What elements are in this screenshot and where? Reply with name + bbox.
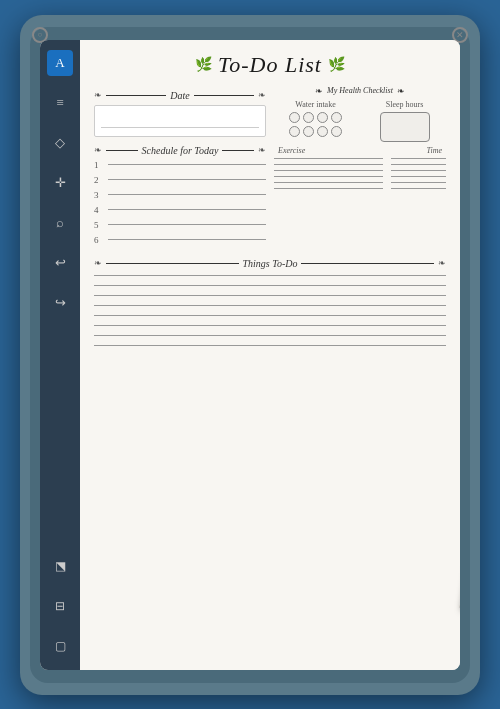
diamond-icon: ◇ bbox=[55, 135, 65, 151]
exercise-row-5 bbox=[274, 182, 446, 183]
things-deco-left: ❧ bbox=[94, 258, 102, 268]
date-line-right bbox=[194, 95, 254, 96]
page-title: 🌿 To-Do List 🌿 bbox=[94, 52, 446, 78]
date-deco-right: ❧ bbox=[258, 90, 266, 100]
row-num-2: 2 bbox=[94, 175, 108, 185]
things-row-4 bbox=[94, 305, 446, 306]
water-circles-row1 bbox=[274, 112, 357, 123]
row-line-4 bbox=[108, 209, 266, 210]
sidebar-item-export[interactable]: ⬔ bbox=[47, 554, 73, 580]
water-circle-2[interactable] bbox=[303, 112, 314, 123]
health-section: ❧ My Health Checklist ❧ Water intake bbox=[274, 86, 446, 250]
power-icon: ✕ bbox=[456, 30, 464, 40]
sidebar-bottom: ⬔ ⊟ ▢ bbox=[47, 554, 73, 660]
things-row-1 bbox=[94, 275, 446, 276]
schedule-row-4: 4 bbox=[94, 205, 266, 215]
schedule-row-3: 3 bbox=[94, 190, 266, 200]
things-row-7 bbox=[94, 335, 446, 336]
main-two-col: ❧ Date ❧ ❧ bbox=[94, 86, 446, 250]
move-icon: ✛ bbox=[55, 175, 66, 191]
water-label: Water intake bbox=[274, 100, 357, 109]
sidebar-item-diamond[interactable]: ◇ bbox=[47, 130, 73, 156]
sleep-label: Sleep hours bbox=[363, 100, 446, 109]
sidebar: A ≡ ◇ ✛ ⌕ ↩ ↪ bbox=[40, 40, 80, 670]
water-circle-8[interactable] bbox=[331, 126, 342, 137]
row-num-4: 4 bbox=[94, 205, 108, 215]
page-content: 🌿 To-Do List 🌿 ❧ Date ❧ bbox=[80, 40, 460, 670]
left-column: ❧ Date ❧ ❧ bbox=[94, 86, 266, 250]
ex-line-2 bbox=[274, 164, 383, 165]
sidebar-item-search[interactable]: ⌕ bbox=[47, 210, 73, 236]
water-circle-4[interactable] bbox=[331, 112, 342, 123]
sidebar-item-move[interactable]: ✛ bbox=[47, 170, 73, 196]
time-line-2 bbox=[391, 164, 446, 165]
things-row-8 bbox=[94, 345, 446, 346]
home-icon: A bbox=[55, 55, 64, 71]
exercise-row-4 bbox=[274, 176, 446, 177]
sleep-section: Sleep hours bbox=[363, 100, 446, 142]
things-rows bbox=[94, 275, 446, 346]
things-section: ❧ Things To-Do ❧ bbox=[94, 258, 446, 346]
home-icon: ○ bbox=[38, 30, 43, 39]
things-row-2 bbox=[94, 285, 446, 286]
device-inner: A ≡ ◇ ✛ ⌕ ↩ ↪ bbox=[30, 27, 470, 683]
screen: A ≡ ◇ ✛ ⌕ ↩ ↪ bbox=[40, 40, 460, 670]
health-label: My Health Checklist bbox=[327, 86, 393, 95]
sidebar-item-redo[interactable]: ↪ bbox=[47, 290, 73, 316]
title-deco-right: 🌿 bbox=[328, 56, 345, 73]
title-deco-left: 🌿 bbox=[195, 56, 212, 73]
exercise-section: Exercise Time bbox=[274, 146, 446, 189]
row-num-6: 6 bbox=[94, 235, 108, 245]
undo-icon: ↩ bbox=[55, 255, 66, 271]
schedule-rows: 1 2 3 bbox=[94, 160, 266, 245]
things-row-5 bbox=[94, 315, 446, 316]
sidebar-item-home[interactable]: A bbox=[47, 50, 73, 76]
export-icon: ⬔ bbox=[55, 559, 66, 574]
things-row-3 bbox=[94, 295, 446, 296]
things-header: ❧ Things To-Do ❧ bbox=[94, 258, 446, 269]
schedule-header: ❧ Schedule for Today ❧ bbox=[94, 145, 266, 156]
row-line-1 bbox=[108, 164, 266, 165]
sleep-input-box[interactable] bbox=[380, 112, 430, 142]
device: ○ ✕ A ≡ ◇ ✛ ⌕ bbox=[20, 15, 480, 695]
water-circle-5[interactable] bbox=[289, 126, 300, 137]
ex-line-3 bbox=[274, 170, 383, 171]
things-row-6 bbox=[94, 325, 446, 326]
time-line-6 bbox=[391, 188, 446, 189]
sidebar-item-menu[interactable]: ≡ bbox=[47, 90, 73, 116]
schedule-row-1: 1 bbox=[94, 160, 266, 170]
ex-line-6 bbox=[274, 188, 383, 189]
time-line-1 bbox=[391, 158, 446, 159]
schedule-row-5: 5 bbox=[94, 220, 266, 230]
water-circle-3[interactable] bbox=[317, 112, 328, 123]
row-line-5 bbox=[108, 224, 266, 225]
frame-icon: ▢ bbox=[55, 639, 66, 654]
water-circles-row2 bbox=[274, 126, 357, 137]
sched-line-right bbox=[222, 150, 254, 151]
sidebar-item-layers[interactable]: ⊟ bbox=[47, 594, 73, 620]
things-line-left bbox=[106, 263, 239, 264]
schedule-deco-left: ❧ bbox=[94, 145, 102, 155]
schedule-label: Schedule for Today bbox=[142, 145, 219, 156]
things-deco-right: ❧ bbox=[438, 258, 446, 268]
date-deco-left: ❧ bbox=[94, 90, 102, 100]
water-circle-7[interactable] bbox=[317, 126, 328, 137]
menu-icon: ≡ bbox=[56, 95, 63, 111]
search-icon: ⌕ bbox=[56, 215, 64, 231]
sidebar-item-undo[interactable]: ↩ bbox=[47, 250, 73, 276]
exercise-header: Exercise Time bbox=[274, 146, 446, 155]
date-label: Date bbox=[170, 90, 189, 101]
redo-icon: ↪ bbox=[55, 295, 66, 311]
water-circle-6[interactable] bbox=[303, 126, 314, 137]
date-line-left bbox=[106, 95, 166, 96]
water-circle-1[interactable] bbox=[289, 112, 300, 123]
row-line-3 bbox=[108, 194, 266, 195]
things-line-right bbox=[301, 263, 434, 264]
sidebar-item-frame[interactable]: ▢ bbox=[47, 634, 73, 660]
time-line-3 bbox=[391, 170, 446, 171]
date-input-area[interactable] bbox=[94, 105, 266, 137]
health-deco-left: ❧ bbox=[315, 86, 323, 96]
row-line-6 bbox=[108, 239, 266, 240]
row-num-5: 5 bbox=[94, 220, 108, 230]
time-line-5 bbox=[391, 182, 446, 183]
